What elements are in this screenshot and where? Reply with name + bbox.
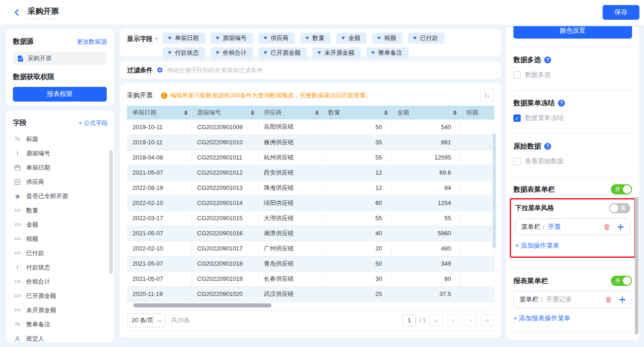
table-row: 2021-05-07CG20220901018青岛供应链50349 — [127, 256, 494, 271]
gear-icon[interactable] — [156, 67, 163, 74]
settings-scrollbar[interactable] — [635, 197, 638, 335]
table-vertical-scrollbar[interactable] — [493, 133, 496, 248]
raw-data-title: 原始数据 — [513, 142, 541, 151]
checkbox-checked[interactable]: ✓ — [513, 114, 521, 122]
field-item-单据日期[interactable]: 单据日期 — [13, 160, 108, 175]
display-field-chip-税额[interactable]: 税额 — [372, 33, 402, 44]
display-field-chip-付款状态[interactable]: 付款状态 — [163, 47, 205, 58]
move-icon[interactable] — [619, 296, 626, 303]
total-count: 共20条 — [171, 316, 190, 324]
table-cell: 1254 — [391, 195, 460, 210]
field-item-金额[interactable]: 123金额 — [13, 217, 108, 232]
display-field-chip-整单备注[interactable]: 整单备注 — [366, 47, 408, 58]
field-item-标题[interactable]: T≡标题 — [13, 132, 108, 146]
first-page-button[interactable]: « — [430, 314, 443, 326]
field-item-付款状态[interactable]: I付款状态 — [13, 260, 108, 274]
last-page-button[interactable]: » — [481, 314, 494, 326]
table-horizontal-scrollbar-thumb[interactable] — [133, 303, 271, 307]
menu-item[interactable]: 菜单栏： 开票记录 — [513, 291, 632, 308]
add-display-field-icon[interactable]: + — [155, 35, 158, 42]
field-item-是否已全部开票[interactable]: ◉是否已全部开票 — [13, 189, 108, 203]
field-item-未开票金额[interactable]: 123未开票金额 — [13, 303, 108, 317]
report-permission-button[interactable]: 报表权限 — [13, 87, 107, 102]
sort-arrows-icon[interactable] — [251, 110, 254, 115]
page-size-select[interactable]: 20 条/页 — [127, 313, 166, 327]
sort-arrows-icon[interactable] — [453, 110, 457, 115]
display-field-chip-单据日期[interactable]: 单据日期 — [163, 33, 205, 44]
menu-freeze-checkbox-row[interactable]: ✓ 数据菜单冻结 — [513, 114, 632, 122]
table-cell: 55 — [322, 150, 391, 165]
caret-down-icon — [377, 37, 381, 40]
column-header-税额[interactable]: 税额 — [460, 106, 494, 119]
display-field-chip-未开票金额[interactable]: 未开票金额 — [312, 47, 361, 58]
caret-down-icon — [168, 37, 172, 40]
change-datasource-link[interactable]: 更改数据源 — [77, 38, 107, 46]
field-item-税额[interactable]: 123税额 — [13, 232, 108, 246]
caret-down-icon — [264, 37, 267, 40]
pagination-bar: 20 条/页 共20条 1 / 1 « ‹ › » — [127, 310, 494, 331]
field-label: 价税合计 — [26, 278, 50, 286]
display-field-chip-价税合计[interactable]: 价税合计 — [211, 47, 253, 58]
menu-item-value[interactable]: 开票 — [548, 223, 561, 231]
help-icon[interactable]: ? — [544, 57, 551, 63]
next-page-button[interactable]: › — [464, 314, 477, 326]
fields-scrollbar[interactable] — [109, 150, 113, 274]
prev-page-button[interactable]: ‹ — [447, 314, 460, 326]
move-icon[interactable] — [617, 223, 624, 231]
table-cell: 30 — [322, 271, 391, 286]
raw-data-checkbox-row[interactable]: 查看原始数据 — [513, 157, 632, 165]
column-header-金额[interactable]: 金额 — [391, 106, 460, 119]
field-item-供应商[interactable]: 供应商 — [13, 175, 108, 189]
caret-down-icon — [264, 51, 267, 54]
datasource-item[interactable]: 采购开票 — [13, 51, 107, 65]
trash-icon[interactable] — [603, 223, 610, 231]
sort-arrows-icon[interactable] — [384, 110, 388, 115]
table-cell: CG20220901018 — [191, 256, 258, 271]
multi-select-checkbox-row[interactable]: 数据多选 — [513, 71, 632, 79]
checkbox-unchecked[interactable] — [513, 158, 521, 165]
dropdown-style-toggle-off[interactable]: 关 — [609, 203, 630, 213]
field-item-票据编号[interactable]: I票据编号 — [13, 146, 108, 160]
report-menu-toggle-on[interactable]: 开 — [611, 276, 632, 286]
field-item-已开票金额[interactable]: 123已开票金额 — [13, 289, 108, 303]
table-cell: 60 — [322, 195, 391, 210]
display-field-chip-已开票金额[interactable]: 已开票金额 — [259, 47, 307, 58]
add-report-action-menu-link[interactable]: + 添加报表操作菜单 — [513, 314, 632, 323]
save-button[interactable]: 保存 — [603, 5, 639, 20]
display-field-chip-票据编号[interactable]: 票据编号 — [211, 33, 253, 44]
display-field-chip-供应商[interactable]: 供应商 — [259, 33, 295, 44]
column-header-供应商[interactable]: 供应商 — [258, 106, 322, 119]
sort-order-icon[interactable]: 1↓ — [480, 89, 494, 102]
help-icon[interactable]: ? — [558, 100, 565, 107]
table-menu-toggle-on[interactable]: 开 — [611, 184, 632, 194]
column-header-单据日期[interactable]: 单据日期 — [127, 106, 191, 119]
display-field-chip-已付款[interactable]: 已付款 — [408, 33, 444, 44]
page-number-input[interactable]: 1 — [403, 314, 416, 326]
field-item-整单备注[interactable]: T≡整单备注 — [13, 317, 108, 331]
menu-freeze-title: 数据菜单冻结 — [513, 99, 555, 108]
column-header-票据编号[interactable]: 票据编号 — [191, 106, 258, 119]
field-item-价税合计[interactable]: 123价税合计 — [13, 274, 108, 289]
trash-icon[interactable] — [605, 296, 612, 303]
display-field-chip-数量[interactable]: 数量 — [300, 33, 331, 44]
field-label: 金额 — [26, 221, 38, 229]
preview-title: 采购开票 — [127, 91, 153, 100]
field-item-提交人[interactable]: 提交人 — [13, 331, 108, 342]
sort-arrows-icon[interactable] — [315, 110, 319, 115]
color-settings-button[interactable]: 颜色设置 — [513, 26, 632, 39]
help-icon[interactable]: ? — [544, 143, 551, 150]
table-cell: 25 — [322, 286, 391, 301]
filter-bar[interactable]: 过滤条件 拖动左侧字段到此处来添加过滤条件 — [120, 61, 501, 79]
add-action-menu-link[interactable]: + 添加操作菜单 — [515, 242, 630, 250]
sort-arrows-icon[interactable] — [184, 110, 188, 115]
checkbox-unchecked[interactable] — [513, 71, 521, 79]
add-formula-field-link[interactable]: + 公式字段 — [79, 119, 108, 127]
display-field-chip-金额[interactable]: 金额 — [336, 33, 367, 44]
field-item-数量[interactable]: 123数量 — [13, 203, 108, 217]
back-icon[interactable] — [12, 7, 22, 17]
table-cell: 480 — [391, 241, 460, 256]
column-header-数量[interactable]: 数量 — [322, 106, 391, 119]
field-item-已付款[interactable]: 123已付款 — [13, 246, 108, 260]
warning-icon: ! — [161, 92, 167, 99]
menu-item[interactable]: 菜单栏： 开票 — [515, 218, 630, 235]
